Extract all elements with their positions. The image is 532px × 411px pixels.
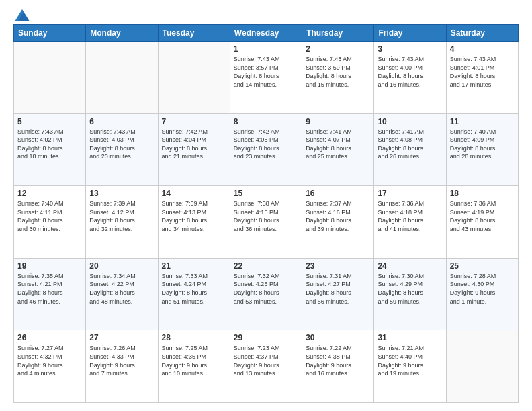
day-info: Sunrise: 7:39 AM Sunset: 4:13 PM Dayligh… xyxy=(162,199,226,233)
calendar-cell: 11Sunrise: 7:40 AM Sunset: 4:09 PM Dayli… xyxy=(446,113,518,186)
calendar-cell: 21Sunrise: 7:33 AM Sunset: 4:24 PM Dayli… xyxy=(158,258,230,330)
calendar-cell: 12Sunrise: 7:40 AM Sunset: 4:11 PM Dayli… xyxy=(14,186,86,259)
calendar-week-2: 5Sunrise: 7:43 AM Sunset: 4:02 PM Daylig… xyxy=(14,113,519,186)
calendar-cell xyxy=(86,42,158,114)
day-info: Sunrise: 7:40 AM Sunset: 4:11 PM Dayligh… xyxy=(17,199,82,233)
calendar-cell: 24Sunrise: 7:30 AM Sunset: 4:29 PM Dayli… xyxy=(374,258,446,330)
col-header-saturday: Saturday xyxy=(446,25,518,42)
day-info: Sunrise: 7:32 AM Sunset: 4:25 PM Dayligh… xyxy=(234,272,298,306)
calendar-cell: 9Sunrise: 7:41 AM Sunset: 4:07 PM Daylig… xyxy=(302,113,374,186)
calendar-cell: 27Sunrise: 7:26 AM Sunset: 4:33 PM Dayli… xyxy=(86,330,158,403)
calendar: SundayMondayTuesdayWednesdayThursdayFrid… xyxy=(13,24,519,403)
day-info: Sunrise: 7:37 AM Sunset: 4:16 PM Dayligh… xyxy=(306,199,370,233)
day-number: 3 xyxy=(378,44,442,54)
page: SundayMondayTuesdayWednesdayThursdayFrid… xyxy=(0,0,532,411)
calendar-cell: 20Sunrise: 7:34 AM Sunset: 4:22 PM Dayli… xyxy=(86,258,158,330)
calendar-cell: 6Sunrise: 7:43 AM Sunset: 4:03 PM Daylig… xyxy=(86,113,158,186)
day-number: 1 xyxy=(234,44,298,54)
day-info: Sunrise: 7:28 AM Sunset: 4:30 PM Dayligh… xyxy=(450,272,515,306)
calendar-week-5: 26Sunrise: 7:27 AM Sunset: 4:32 PM Dayli… xyxy=(14,330,519,403)
calendar-cell: 2Sunrise: 7:43 AM Sunset: 3:59 PM Daylig… xyxy=(302,42,374,114)
day-number: 2 xyxy=(306,44,370,54)
day-number: 20 xyxy=(89,261,154,271)
day-number: 4 xyxy=(450,44,515,54)
day-info: Sunrise: 7:27 AM Sunset: 4:32 PM Dayligh… xyxy=(17,344,82,377)
calendar-cell: 5Sunrise: 7:43 AM Sunset: 4:02 PM Daylig… xyxy=(14,113,86,186)
day-number: 27 xyxy=(89,333,154,342)
day-info: Sunrise: 7:43 AM Sunset: 4:00 PM Dayligh… xyxy=(378,55,442,89)
calendar-cell: 16Sunrise: 7:37 AM Sunset: 4:16 PM Dayli… xyxy=(302,186,374,259)
day-number: 18 xyxy=(450,189,515,198)
day-info: Sunrise: 7:43 AM Sunset: 4:01 PM Dayligh… xyxy=(450,55,515,89)
calendar-cell: 29Sunrise: 7:23 AM Sunset: 4:37 PM Dayli… xyxy=(230,330,302,403)
day-info: Sunrise: 7:42 AM Sunset: 4:04 PM Dayligh… xyxy=(162,128,226,161)
day-number: 12 xyxy=(17,189,82,198)
day-number: 9 xyxy=(306,117,370,126)
calendar-cell: 30Sunrise: 7:22 AM Sunset: 4:38 PM Dayli… xyxy=(302,330,374,403)
day-info: Sunrise: 7:43 AM Sunset: 4:03 PM Dayligh… xyxy=(89,128,154,161)
day-number: 16 xyxy=(306,189,370,198)
day-number: 26 xyxy=(17,333,82,342)
calendar-header-row: SundayMondayTuesdayWednesdayThursdayFrid… xyxy=(14,25,519,42)
day-info: Sunrise: 7:21 AM Sunset: 4:40 PM Dayligh… xyxy=(378,344,442,377)
calendar-week-1: 1Sunrise: 7:43 AM Sunset: 3:57 PM Daylig… xyxy=(14,42,519,114)
day-number: 24 xyxy=(378,261,442,271)
day-info: Sunrise: 7:31 AM Sunset: 4:27 PM Dayligh… xyxy=(306,272,370,306)
day-info: Sunrise: 7:26 AM Sunset: 4:33 PM Dayligh… xyxy=(89,344,154,377)
day-number: 19 xyxy=(17,261,82,271)
calendar-cell xyxy=(446,330,518,403)
day-info: Sunrise: 7:43 AM Sunset: 3:59 PM Dayligh… xyxy=(306,55,370,89)
calendar-cell: 19Sunrise: 7:35 AM Sunset: 4:21 PM Dayli… xyxy=(14,258,86,330)
col-header-friday: Friday xyxy=(374,25,446,42)
day-info: Sunrise: 7:43 AM Sunset: 3:57 PM Dayligh… xyxy=(234,55,298,89)
day-info: Sunrise: 7:43 AM Sunset: 4:02 PM Dayligh… xyxy=(17,128,82,161)
calendar-cell: 22Sunrise: 7:32 AM Sunset: 4:25 PM Dayli… xyxy=(230,258,302,330)
day-number: 23 xyxy=(306,261,370,271)
calendar-cell: 31Sunrise: 7:21 AM Sunset: 4:40 PM Dayli… xyxy=(374,330,446,403)
day-number: 5 xyxy=(17,117,82,126)
logo xyxy=(13,12,30,19)
calendar-cell: 25Sunrise: 7:28 AM Sunset: 4:30 PM Dayli… xyxy=(446,258,518,330)
day-number: 11 xyxy=(450,117,515,126)
day-info: Sunrise: 7:35 AM Sunset: 4:21 PM Dayligh… xyxy=(17,272,82,306)
day-number: 29 xyxy=(234,333,298,342)
day-number: 6 xyxy=(89,117,154,126)
calendar-cell: 1Sunrise: 7:43 AM Sunset: 3:57 PM Daylig… xyxy=(230,42,302,114)
calendar-cell xyxy=(14,42,86,114)
day-info: Sunrise: 7:36 AM Sunset: 4:18 PM Dayligh… xyxy=(378,199,442,233)
logo-icon xyxy=(15,9,30,21)
calendar-cell: 23Sunrise: 7:31 AM Sunset: 4:27 PM Dayli… xyxy=(302,258,374,330)
calendar-cell: 8Sunrise: 7:42 AM Sunset: 4:05 PM Daylig… xyxy=(230,113,302,186)
day-number: 8 xyxy=(234,117,298,126)
calendar-week-3: 12Sunrise: 7:40 AM Sunset: 4:11 PM Dayli… xyxy=(14,186,519,259)
header xyxy=(13,12,519,19)
col-header-thursday: Thursday xyxy=(302,25,374,42)
day-info: Sunrise: 7:25 AM Sunset: 4:35 PM Dayligh… xyxy=(162,344,226,377)
day-info: Sunrise: 7:33 AM Sunset: 4:24 PM Dayligh… xyxy=(162,272,226,306)
day-number: 14 xyxy=(162,189,226,198)
day-number: 15 xyxy=(234,189,298,198)
day-info: Sunrise: 7:36 AM Sunset: 4:19 PM Dayligh… xyxy=(450,199,515,233)
day-number: 17 xyxy=(378,189,442,198)
calendar-cell: 14Sunrise: 7:39 AM Sunset: 4:13 PM Dayli… xyxy=(158,186,230,259)
day-info: Sunrise: 7:40 AM Sunset: 4:09 PM Dayligh… xyxy=(450,128,515,161)
day-number: 21 xyxy=(162,261,226,271)
col-header-tuesday: Tuesday xyxy=(158,25,230,42)
day-info: Sunrise: 7:39 AM Sunset: 4:12 PM Dayligh… xyxy=(89,199,154,233)
day-number: 13 xyxy=(89,189,154,198)
col-header-wednesday: Wednesday xyxy=(230,25,302,42)
col-header-sunday: Sunday xyxy=(14,25,86,42)
day-info: Sunrise: 7:41 AM Sunset: 4:08 PM Dayligh… xyxy=(378,128,442,161)
day-number: 30 xyxy=(306,333,370,342)
day-info: Sunrise: 7:38 AM Sunset: 4:15 PM Dayligh… xyxy=(234,199,298,233)
day-info: Sunrise: 7:41 AM Sunset: 4:07 PM Dayligh… xyxy=(306,128,370,161)
calendar-cell xyxy=(158,42,230,114)
col-header-monday: Monday xyxy=(86,25,158,42)
calendar-cell: 3Sunrise: 7:43 AM Sunset: 4:00 PM Daylig… xyxy=(374,42,446,114)
calendar-week-4: 19Sunrise: 7:35 AM Sunset: 4:21 PM Dayli… xyxy=(14,258,519,330)
calendar-cell: 26Sunrise: 7:27 AM Sunset: 4:32 PM Dayli… xyxy=(14,330,86,403)
calendar-cell: 7Sunrise: 7:42 AM Sunset: 4:04 PM Daylig… xyxy=(158,113,230,186)
calendar-cell: 13Sunrise: 7:39 AM Sunset: 4:12 PM Dayli… xyxy=(86,186,158,259)
calendar-cell: 4Sunrise: 7:43 AM Sunset: 4:01 PM Daylig… xyxy=(446,42,518,114)
calendar-cell: 15Sunrise: 7:38 AM Sunset: 4:15 PM Dayli… xyxy=(230,186,302,259)
